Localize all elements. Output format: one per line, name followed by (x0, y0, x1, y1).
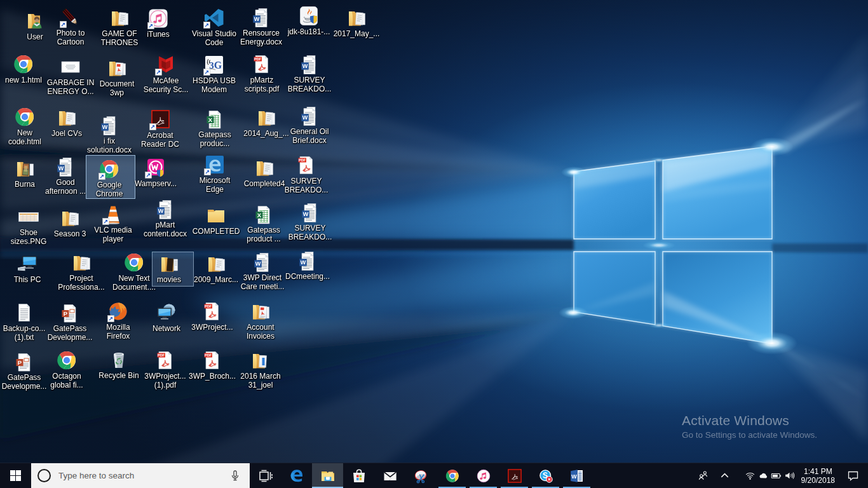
desktop-icon-3wp-direct-care[interactable]: 3WP Direct Care meeti... (238, 251, 287, 291)
word-glyph (55, 156, 76, 177)
tray-people-icon[interactable] (697, 468, 710, 484)
desktop-icon-label: Wampserv... (135, 179, 177, 188)
thispc-glyph (17, 254, 38, 274)
tray-battery-icon[interactable] (770, 468, 783, 484)
folder-user-glyph (24, 11, 46, 31)
desktop-icon-google-chrome[interactable]: Google Chrome (85, 158, 133, 198)
folder-docs-glyph (109, 8, 130, 28)
desktop-icon-label: GAME OF THRONES (101, 29, 139, 47)
taskbar-button-file-explorer[interactable] (312, 463, 343, 488)
desktop-icon-account-invoices[interactable]: Account Invoices (236, 301, 285, 341)
desktop-icon-visual-studio-code[interactable]: Visual Studio Code (190, 7, 238, 47)
skype-icon (538, 468, 553, 484)
desktop-icon-new-code-html[interactable]: New code.html (1, 106, 49, 146)
excel-icon (252, 203, 275, 225)
modem3g-icon (203, 54, 226, 76)
desktop-icon-label: pMart content.docx (144, 220, 187, 238)
taskbar-button-store[interactable] (343, 463, 374, 488)
desktop-icon-rensource-energy[interactable]: Rensource Energy.docx (237, 6, 285, 46)
taskbar-button-itunes[interactable] (468, 463, 499, 488)
desktop-icon-gatepass-dev-1[interactable]: GatePass Developme... (46, 302, 94, 342)
desktop-icon-good-afternoon[interactable]: Good afternoon ... (41, 156, 90, 196)
microphone-icon[interactable] (228, 469, 242, 483)
chrome-glyph (56, 350, 78, 370)
desktop-icon-document-3wp[interactable]: Document 3wp (93, 57, 141, 97)
desktop-icon-hsdpa-usb-modem[interactable]: HSDPA USB Modem (190, 54, 238, 94)
show-desktop-button[interactable] (865, 463, 868, 488)
folder-pdf-glyph (106, 58, 128, 78)
desktop-icon-gatepass-product[interactable]: Gatepass product ... (240, 203, 288, 243)
tray-wifi-icon[interactable] (744, 468, 757, 484)
desktop-icon-2009-marc[interactable]: 2009_Marc... (192, 253, 240, 284)
desktop-icon-completed4[interactable]: Completed4 (240, 157, 288, 188)
tray-onedrive-icon[interactable] (757, 468, 770, 484)
desktop-icon-3wproject-1-pdf[interactable]: 3WProject... (1).pdf (141, 349, 189, 390)
desktop-icon-2014-aug[interactable]: 2014_Aug_... (242, 107, 290, 138)
shortcut-arrow-icon (204, 168, 211, 175)
desktop-icon-gatepass-dev-2[interactable]: GatePass Developme... (0, 351, 48, 391)
taskbar-clock[interactable]: 1:41 PM 9/20/2018 (801, 467, 835, 485)
desktop-icon-project-professional[interactable]: Project Professiona... (57, 252, 105, 292)
desktop-icon-3wproject-5[interactable]: 3WProject... (188, 301, 236, 332)
desktop-icon-backup-co-txt[interactable]: Backup-co... (1).txt (0, 302, 48, 342)
desktop-icon-jdk[interactable]: jdk-8u181-... (285, 5, 333, 36)
desktop-icon-photo-to-cartoon[interactable]: Photo to Cartoon (46, 6, 95, 46)
folder-docs-glyph (254, 158, 275, 178)
desktop-icon-microsoft-edge[interactable]: Microsoft Edge (191, 154, 239, 194)
taskbar-button-snipping-tool[interactable] (405, 463, 437, 488)
desktop-icon-2016-march-31[interactable]: 2016 March 31_joel (236, 349, 285, 390)
desktop-icon-2017-may[interactable]: 2017_May_... (332, 7, 381, 38)
desktop-icon-octagon-global[interactable]: Octagon global fi... (43, 349, 91, 390)
image-wide-icon (17, 206, 40, 227)
desktop-icon-survey-breakdown-1[interactable]: SURVEY BREAKDO... (285, 53, 334, 93)
pdf-icon (295, 154, 318, 176)
desktop-icon-season-3[interactable]: Season 3 (46, 207, 94, 238)
desktop-icon-acrobat-reader-dc[interactable]: Acrobat Reader DC (136, 109, 184, 149)
taskbar-button-mail[interactable] (374, 463, 405, 488)
taskbar-button-task-view[interactable] (250, 463, 281, 488)
desktop-icon-survey-breakdown-3[interactable]: SURVEY BREAKDO... (286, 201, 334, 241)
desktop-icon-joel-cvs[interactable]: Joel CVs (43, 107, 91, 138)
desktop-icon-mozilla-firefox[interactable]: Mozilla Firefox (94, 301, 142, 341)
desktop-icon-recycle-bin[interactable]: Recycle Bin (95, 349, 143, 380)
desktop-icon-movies[interactable]: movies (145, 253, 193, 284)
action-center-button[interactable] (840, 463, 865, 488)
desktop-icon-dcmeeting[interactable]: DCmeeting... (283, 250, 332, 281)
taskbar-button-word[interactable] (561, 463, 592, 488)
taskbar-button-skype[interactable] (530, 463, 561, 488)
task-view-icon (258, 468, 273, 484)
taskbar-button-chrome[interactable] (437, 463, 468, 488)
desktop-icon-i-fix-solution[interactable]: i fix solution.docx (85, 114, 133, 154)
word-glyph (299, 202, 321, 222)
desktop-icon-itunes[interactable]: iTunes (134, 8, 182, 39)
taskbar-button-acrobat[interactable] (499, 463, 530, 488)
excel-glyph (253, 204, 275, 224)
chrome-icon (123, 252, 146, 273)
desktop-icon-mcafee[interactable]: McAfee Security Sc... (142, 54, 190, 94)
desktop-icon-pmart-content[interactable]: pMart content.docx (141, 198, 189, 238)
desktop-icon-wampserver[interactable]: Wampserv... (132, 157, 180, 188)
desktop-icon-completed[interactable]: COMPLETED (192, 205, 240, 236)
tray-chevron-up-icon[interactable] (719, 468, 731, 484)
word-icon (569, 468, 585, 484)
desktop-icon-pmartz-scripts[interactable]: pMartz scripts.pdf (238, 53, 286, 93)
windows-desktop: UserPhoto to CartoonGAME OF THRONESiTune… (0, 0, 868, 488)
start-button[interactable] (0, 463, 31, 488)
desktop-icon-garbage-in-energy[interactable]: GARBAGE IN ENERGY O... (46, 56, 95, 96)
txt-icon (13, 302, 36, 323)
ppt-glyph (13, 351, 35, 372)
word-icon (251, 251, 274, 273)
tray-volume-icon[interactable] (783, 468, 796, 484)
taskbar-search[interactable]: Type here to search (31, 463, 250, 488)
desktop-icon-general-oil-brief[interactable]: General Oil Brief.docx (285, 105, 334, 145)
desktop-icon-vlc[interactable]: VLC media player (89, 203, 137, 243)
desktop-icon-3wp-broch[interactable]: 3WP_Broch... (188, 349, 236, 381)
desktop-icon-gatepass-produc[interactable]: Gatepass produc... (191, 108, 239, 148)
desktop-icon-network[interactable]: Network (142, 302, 191, 333)
desktop-icon-new-1-html[interactable]: new 1.html (0, 53, 48, 85)
desktop-icon-survey-breakdown-2[interactable]: SURVEY BREAKDO... (282, 154, 330, 194)
desktop-icon-label: McAfee Security Sc... (144, 76, 189, 94)
chevron-up-glyph (719, 470, 730, 481)
taskbar-button-edge[interactable] (281, 463, 312, 488)
desktop-icon-this-pc[interactable]: This PC (3, 253, 51, 284)
